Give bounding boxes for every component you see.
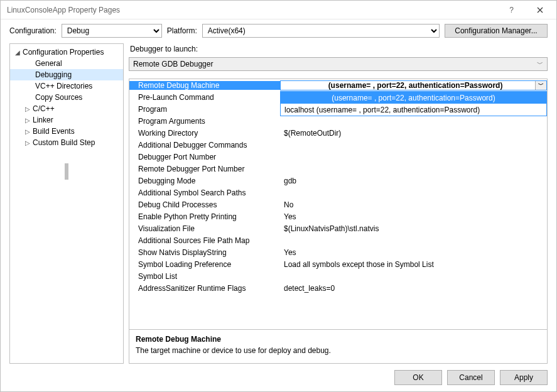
property-row[interactable]: Additional Symbol Search Paths bbox=[129, 187, 547, 199]
nav-scrollbar[interactable] bbox=[10, 148, 123, 186]
remote-machine-dropdown[interactable]: (username= , port=22, authentication=Pas… bbox=[280, 91, 547, 116]
scroll-thumb[interactable] bbox=[65, 163, 68, 180]
property-row[interactable]: Symbol List bbox=[129, 270, 547, 282]
collapse-icon[interactable]: ◢ bbox=[14, 49, 21, 56]
nav-group-cpp[interactable]: ▷C/C++ bbox=[10, 103, 123, 114]
property-name: Remote Debug Machine bbox=[129, 81, 280, 90]
property-row-selected[interactable]: Remote Debug Machine (username= , port=2… bbox=[129, 79, 547, 91]
dropdown-option-selected[interactable]: (username= , port=22, authentication=Pas… bbox=[281, 92, 546, 104]
expand-icon[interactable]: ▷ bbox=[24, 106, 31, 112]
titlebar: LinuxConsoleApp Property Pages ? bbox=[1, 1, 556, 19]
platform-label: Platform: bbox=[167, 26, 197, 35]
help-icon[interactable]: ? bbox=[497, 1, 526, 19]
close-icon[interactable] bbox=[526, 1, 554, 19]
platform-combo[interactable]: Active(x64) bbox=[202, 24, 440, 38]
nav-item-debugging[interactable]: Debugging bbox=[10, 69, 123, 80]
property-row[interactable]: AddressSanitizer Runtime Flagsdetect_lea… bbox=[129, 282, 547, 294]
dropdown-option[interactable]: localhost (username= , port=22, authenti… bbox=[281, 104, 546, 116]
apply-button[interactable]: Apply bbox=[500, 370, 548, 385]
dropdown-button[interactable]: ﹀ bbox=[535, 81, 546, 90]
cancel-button[interactable]: Cancel bbox=[447, 370, 495, 385]
description-name: Remote Debug Machine bbox=[136, 335, 541, 344]
chevron-down-icon: ﹀ bbox=[537, 60, 543, 68]
property-row[interactable]: Additional Debugger Commands bbox=[129, 139, 547, 151]
description-text: The target machine or device to use for … bbox=[136, 346, 541, 355]
config-bar: Configuration: Debug Platform: Active(x6… bbox=[1, 19, 556, 40]
property-row[interactable]: Additional Sources File Path Map bbox=[129, 234, 547, 246]
property-row[interactable]: Program Arguments bbox=[129, 115, 547, 127]
main-pane: Debugger to launch: Remote GDB Debugger … bbox=[129, 43, 548, 364]
nav-item-copysources[interactable]: Copy Sources bbox=[10, 92, 123, 103]
nav-group-linker[interactable]: ▷Linker bbox=[10, 114, 123, 126]
window-title: LinuxConsoleApp Property Pages bbox=[7, 6, 497, 14]
debugger-launch-combo[interactable]: Remote GDB Debugger ﹀ bbox=[129, 57, 548, 71]
nav-root-label: Configuration Properties bbox=[23, 48, 104, 57]
configuration-label: Configuration: bbox=[9, 26, 57, 35]
property-grid-panel: Remote Debug Machine (username= , port=2… bbox=[129, 79, 548, 364]
debugger-launch-label: Debugger to launch: bbox=[130, 45, 548, 53]
dialog-footer: OK Cancel Apply bbox=[1, 364, 556, 391]
property-row[interactable]: Debugger Port Number bbox=[129, 151, 547, 163]
nav-tree[interactable]: ◢ Configuration Properties General Debug… bbox=[9, 43, 124, 364]
body: ◢ Configuration Properties General Debug… bbox=[1, 40, 556, 364]
nav-item-vcdirs[interactable]: VC++ Directories bbox=[10, 80, 123, 92]
property-row[interactable]: Working Directory$(RemoteOutDir) bbox=[129, 127, 547, 139]
description-pane: Remote Debug Machine The target machine … bbox=[129, 329, 547, 363]
property-value-editor[interactable]: (username= , port=22, authentication=Pas… bbox=[280, 80, 547, 90]
expand-icon[interactable]: ▷ bbox=[24, 139, 31, 146]
property-pages-window: LinuxConsoleApp Property Pages ? Configu… bbox=[0, 0, 557, 392]
property-row[interactable]: Enable Python Pretty PrintingYes bbox=[129, 210, 547, 222]
property-row[interactable]: Symbol Loading PreferenceLoad all symbol… bbox=[129, 258, 547, 270]
expand-icon[interactable]: ▷ bbox=[24, 128, 31, 135]
configuration-manager-button[interactable]: Configuration Manager... bbox=[445, 24, 548, 38]
nav-item-general[interactable]: General bbox=[10, 58, 123, 69]
property-row[interactable]: Debug Child ProcessesNo bbox=[129, 199, 547, 210]
property-grid[interactable]: Remote Debug Machine (username= , port=2… bbox=[129, 79, 547, 329]
nav-group-custombuild[interactable]: ▷Custom Build Step bbox=[10, 137, 123, 148]
property-row[interactable]: Remote Debugger Port Number bbox=[129, 163, 547, 175]
ok-button[interactable]: OK bbox=[394, 370, 442, 385]
nav-group-buildevents[interactable]: ▷Build Events bbox=[10, 126, 123, 137]
expand-icon[interactable]: ▷ bbox=[24, 117, 31, 124]
configuration-combo[interactable]: Debug bbox=[62, 24, 162, 38]
nav-root[interactable]: ◢ Configuration Properties bbox=[10, 46, 123, 58]
property-row[interactable]: Visualization File$(LinuxNatvisPath)\stl… bbox=[129, 222, 547, 234]
property-row[interactable]: Show Natvis DisplayStringYes bbox=[129, 246, 547, 258]
debugger-launch-value: Remote GDB Debugger bbox=[133, 60, 213, 68]
property-row[interactable]: Debugging Modegdb bbox=[129, 175, 547, 187]
